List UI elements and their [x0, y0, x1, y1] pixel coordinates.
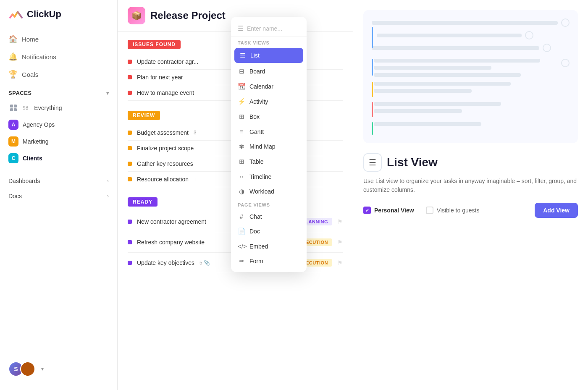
list-view-description: Use List view to organize your tasks in … — [363, 177, 578, 194]
task-dot-red — [128, 91, 132, 95]
task-views-label: TASK VIEWS — [231, 37, 307, 47]
timeline-icon: ↔ — [238, 173, 245, 180]
home-icon: 🏠 — [8, 34, 18, 44]
preview-line — [377, 34, 522, 37]
sidebar-item-everything[interactable]: 98 Everything — [0, 99, 117, 116]
docs-label: Docs — [8, 193, 22, 199]
chevron-right-icon-2: › — [107, 193, 109, 199]
sidebar-item-notifications[interactable]: 🔔 Notifications — [3, 48, 114, 65]
avatar-stack: S — [8, 361, 35, 377]
chart-lines-right-2 — [374, 82, 570, 97]
spaces-label: Spaces — [8, 90, 32, 96]
task-count: 3 — [194, 130, 197, 136]
preview-line — [374, 89, 472, 93]
sidebar-item-marketing[interactable]: M Marketing — [0, 133, 117, 150]
task-dot-purple — [128, 220, 132, 224]
list-view-icon: ☰ — [363, 153, 382, 172]
view-name-input[interactable] — [247, 25, 300, 32]
view-doc[interactable]: 📄 Doc — [231, 224, 307, 239]
app-name: ClickUp — [27, 9, 61, 20]
sidebar-item-everything-label: Everything — [34, 105, 62, 111]
svg-rect-3 — [14, 108, 17, 111]
view-workload[interactable]: ◑ Workload — [231, 184, 307, 199]
list-icon-search: ☰ — [238, 24, 244, 32]
view-doc-label: Doc — [249, 228, 260, 235]
chart-bar-yellow — [372, 82, 373, 97]
view-gantt[interactable]: ≡ Gantt — [231, 124, 307, 139]
chart-bars-container-3 — [372, 102, 570, 117]
clickup-logo-icon — [8, 7, 24, 22]
add-view-row: ✓ Personal View Visible to guests Add Vi… — [363, 203, 578, 218]
view-list-label: List — [250, 52, 260, 59]
sidebar-item-clients[interactable]: C Clients — [0, 150, 117, 167]
preview-line — [374, 102, 501, 106]
task-text: Update key objectives — [137, 259, 194, 266]
view-calendar-label: Calendar — [249, 83, 273, 90]
flag-icon: ⚑ — [337, 218, 343, 225]
bell-icon: 🔔 — [8, 52, 18, 61]
task-dot-yellow — [128, 162, 132, 166]
footer-chevron-icon: ▾ — [41, 366, 44, 372]
project-icon: 📦 — [128, 7, 145, 24]
user-avatar-2 — [20, 361, 35, 377]
view-table-label: Table — [249, 158, 263, 165]
view-timeline-label: Timeline — [249, 173, 271, 180]
embed-icon: </> — [238, 243, 245, 250]
task-dot-yellow — [128, 177, 132, 181]
view-workload-label: Workload — [249, 188, 274, 195]
chevron-right-icon: › — [107, 178, 109, 184]
view-list[interactable]: ☰ List — [234, 48, 303, 63]
calendar-icon: 📆 — [238, 83, 245, 90]
sidebar-item-goals[interactable]: 🏆 Goals — [3, 65, 114, 83]
chart-lines-right-4 — [374, 122, 570, 135]
chart-bars-container — [372, 59, 570, 77]
trophy-icon: 🏆 — [8, 70, 18, 79]
view-embed[interactable]: </> Embed — [231, 239, 307, 254]
sidebar-nav: 🏠 Home 🔔 Notifications 🏆 Goals — [0, 30, 117, 83]
task-text: Gather key resources — [137, 160, 193, 167]
visible-guests-check[interactable]: Visible to guests — [426, 207, 480, 214]
sidebar-docs[interactable]: Docs › — [0, 188, 117, 204]
view-activity[interactable]: ⚡ Activity — [231, 94, 307, 109]
sidebar-item-home-label: Home — [22, 36, 39, 43]
task-text: Update contractor agr... — [137, 58, 198, 65]
task-text: How to manage event — [137, 89, 194, 96]
chat-icon: # — [238, 213, 245, 220]
view-board[interactable]: ⊟ Board — [231, 64, 307, 79]
list-view-title-area: ☰ List View — [363, 153, 578, 172]
chart-lines-right-3 — [374, 102, 570, 117]
preview-line — [374, 82, 511, 86]
sidebar-item-home[interactable]: 🏠 Home — [3, 30, 114, 48]
sidebar-item-agency-ops[interactable]: A Agency Ops — [0, 116, 117, 133]
preview-line — [374, 59, 540, 63]
list-icon: ☰ — [239, 52, 246, 59]
view-calendar[interactable]: 📆 Calendar — [231, 79, 307, 94]
preview-line — [372, 21, 558, 25]
flag-icon: ⚑ — [337, 259, 343, 266]
task-count: 5 📎 — [200, 260, 210, 266]
view-box[interactable]: ⊞ Box — [231, 109, 307, 124]
sidebar-item-goals-label: Goals — [22, 71, 38, 78]
personal-view-check[interactable]: ✓ Personal View — [363, 207, 414, 214]
view-table[interactable]: ⊞ Table — [231, 154, 307, 169]
workload-icon: ◑ — [238, 188, 245, 195]
view-chat[interactable]: # Chat — [231, 209, 307, 224]
main-wrapper: 📦 Release Project ISSUES FOUND Update co… — [118, 0, 588, 390]
task-dot-purple — [128, 261, 132, 265]
view-timeline[interactable]: ↔ Timeline — [231, 169, 307, 184]
page-views-label: PAGE VIEWS — [231, 199, 307, 209]
view-box-label: Box — [249, 113, 260, 120]
chevron-down-icon: ▾ — [106, 90, 109, 96]
view-mindmap[interactable]: ✾ Mind Map — [231, 139, 307, 154]
view-form-label: Form — [249, 258, 263, 264]
view-activity-label: Activity — [249, 98, 268, 105]
add-view-button[interactable]: Add View — [535, 203, 578, 218]
preview-area — [363, 10, 578, 143]
everything-icon — [8, 103, 18, 113]
list-view-title: List View — [387, 156, 438, 169]
view-form[interactable]: ✏ Form — [231, 254, 307, 269]
check-purple-icon: ✓ — [363, 207, 371, 214]
sidebar-dashboards[interactable]: Dashboards › — [0, 173, 117, 188]
preview-circle-right — [561, 59, 570, 67]
board-icon: ⊟ — [238, 68, 245, 75]
